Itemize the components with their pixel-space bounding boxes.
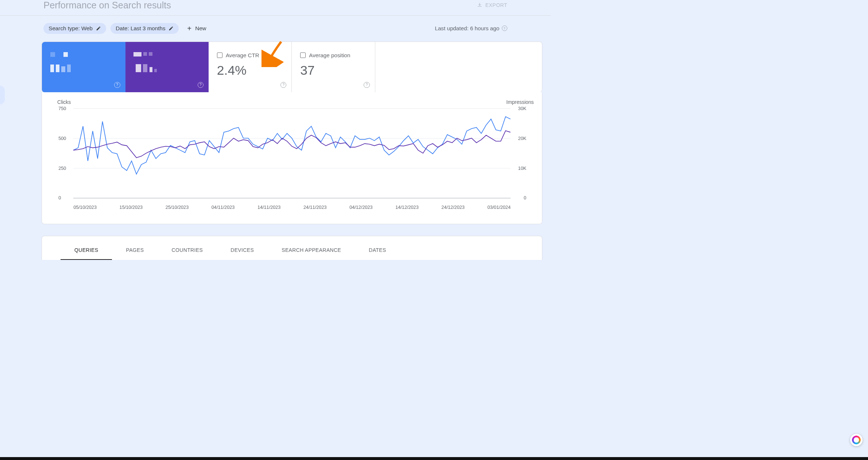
page-title: Performance on Search results xyxy=(43,0,171,11)
x-tick: 25/10/2023 xyxy=(166,205,189,210)
x-tick: 15/10/2023 xyxy=(120,205,143,210)
last-updated: Last updated: 6 hours ago ? xyxy=(435,25,507,31)
y-right-axis-label: Impressions xyxy=(506,99,534,105)
metric-average-position[interactable]: Average position 37 ? xyxy=(292,42,375,92)
help-icon[interactable]: ? xyxy=(114,82,120,88)
help-icon[interactable]: ? xyxy=(280,82,286,88)
y-left-tick: 750 xyxy=(58,106,66,111)
export-button[interactable]: EXPORT xyxy=(477,2,507,8)
y-left-tick: 0 xyxy=(58,195,61,200)
metric-position-value: 37 xyxy=(300,63,367,78)
checkbox-icon[interactable] xyxy=(300,52,306,58)
y-right-tick: 0 xyxy=(524,195,526,200)
checkbox-icon[interactable] xyxy=(217,52,222,58)
y-left-axis-label: Clicks xyxy=(57,99,71,105)
metric-ctr-label: Average CTR xyxy=(226,52,259,58)
x-tick: 24/11/2023 xyxy=(303,205,327,210)
redacted-label xyxy=(133,52,200,56)
metrics-card: ? ? Averag xyxy=(42,42,542,92)
tab-search-appearance[interactable]: SEARCH APPEARANCE xyxy=(268,244,355,260)
last-updated-text: Last updated: 6 hours ago xyxy=(435,25,499,31)
y-right-tick: 30K xyxy=(518,106,527,111)
x-tick: 14/12/2023 xyxy=(395,205,419,210)
filters-row: Search type: Web Date: Last 3 months + N… xyxy=(0,16,551,42)
chart-card: Clicks Impressions 75030K 50020K 25010K … xyxy=(42,92,542,225)
x-tick: 03/01/2024 xyxy=(487,205,511,210)
pencil-icon xyxy=(96,26,101,31)
redacted-value xyxy=(133,64,200,72)
header-row: Performance on Search results EXPORT xyxy=(0,0,551,16)
metric-ctr-value: 2.4% xyxy=(217,63,283,78)
x-tick: 24/12/2023 xyxy=(441,205,465,210)
redacted-label xyxy=(50,52,117,57)
x-axis-ticks: 05/10/202315/10/202325/10/202304/11/2023… xyxy=(73,205,511,210)
y-right-tick: 20K xyxy=(518,136,527,141)
tabs-card: QUERIES PAGES COUNTRIES DEVICES SEARCH A… xyxy=(42,236,542,260)
redacted-value xyxy=(50,65,117,72)
filter-date-label: Date: Last 3 months xyxy=(116,25,165,31)
y-right-tick: 10K xyxy=(518,166,527,171)
side-decoration xyxy=(0,86,5,104)
chart-lines xyxy=(73,108,511,198)
x-tick: 05/10/2023 xyxy=(73,205,97,210)
tab-pages[interactable]: PAGES xyxy=(112,244,158,260)
x-tick: 04/11/2023 xyxy=(212,205,235,210)
help-icon[interactable]: ? xyxy=(502,26,507,31)
tab-devices[interactable]: DEVICES xyxy=(217,244,268,260)
x-tick: 04/12/2023 xyxy=(349,205,373,210)
filter-search-type[interactable]: Search type: Web xyxy=(43,23,106,34)
add-filter-button[interactable]: + New xyxy=(183,25,206,32)
chart-plot-area[interactable]: 75030K 50020K 25010K 00 xyxy=(73,108,511,198)
help-icon[interactable]: ? xyxy=(198,82,204,88)
filter-search-type-label: Search type: Web xyxy=(49,25,93,31)
help-icon[interactable]: ? xyxy=(364,82,369,88)
tab-dates[interactable]: DATES xyxy=(355,244,400,260)
new-label: New xyxy=(195,25,206,31)
pencil-icon xyxy=(168,26,174,31)
y-left-tick: 250 xyxy=(58,166,66,171)
metric-position-label: Average position xyxy=(309,52,350,58)
plus-icon: + xyxy=(187,25,191,32)
tab-queries[interactable]: QUERIES xyxy=(61,244,112,260)
x-tick: 14/11/2023 xyxy=(257,205,281,210)
export-label: EXPORT xyxy=(485,2,507,8)
y-left-tick: 500 xyxy=(58,136,66,141)
metric-average-ctr[interactable]: Average CTR 2.4% ? xyxy=(209,42,292,92)
export-icon xyxy=(477,2,483,8)
metric-total-clicks[interactable]: ? xyxy=(42,42,125,92)
metric-total-impressions[interactable]: ? xyxy=(125,42,209,92)
tab-countries[interactable]: COUNTRIES xyxy=(158,244,217,260)
filter-date[interactable]: Date: Last 3 months xyxy=(111,23,179,34)
